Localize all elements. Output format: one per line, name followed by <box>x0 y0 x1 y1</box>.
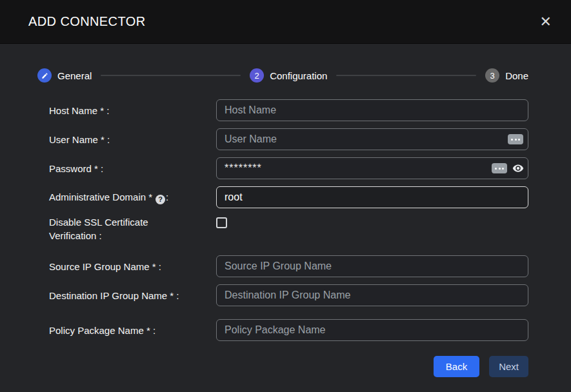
step-connector-line <box>101 75 241 76</box>
step-done-number: 3 <box>485 68 499 83</box>
step-general-label: General <box>57 70 92 81</box>
close-button[interactable]: ✕ <box>537 14 554 30</box>
form-row-destination-ip-group: Destination IP Group Name * : <box>49 284 528 306</box>
form-row-password: Password * : <box>49 157 528 179</box>
dialog-title: ADD CONNECTOR <box>28 14 537 29</box>
policy-package-input[interactable] <box>216 319 528 341</box>
back-button[interactable]: Back <box>434 356 479 377</box>
destination-ip-group-input-wrap <box>216 284 528 306</box>
password-input[interactable] <box>216 157 528 179</box>
source-ip-group-input-wrap <box>216 255 528 277</box>
user-name-label: User Name * : <box>49 133 216 146</box>
administrative-domain-input-wrap <box>216 186 528 208</box>
administrative-domain-label-suffix: : <box>166 191 168 202</box>
connector-form: Host Name * : User Name * : Password * : <box>37 99 528 348</box>
ellipsis-icon[interactable] <box>508 134 523 144</box>
destination-ip-group-input[interactable] <box>216 284 528 306</box>
user-name-input[interactable] <box>216 128 528 150</box>
administrative-domain-label-text: Administrative Domain * <box>49 191 152 202</box>
policy-package-label: Policy Package Name * : <box>49 324 216 337</box>
source-ip-group-label: Source IP Group Name * : <box>49 260 216 273</box>
form-row-ssl-verification: Disable SSL Certificate Verification : <box>49 215 528 245</box>
step-done[interactable]: 3 Done <box>485 68 528 83</box>
eye-icon <box>512 162 524 174</box>
password-label: Password * : <box>49 162 216 175</box>
destination-ip-group-label: Destination IP Group Name * : <box>49 289 216 302</box>
show-password-button[interactable] <box>512 162 524 174</box>
policy-package-input-wrap <box>216 319 528 341</box>
step-connector-line <box>336 75 476 76</box>
step-done-label: Done <box>505 70 528 81</box>
ssl-verification-checkbox[interactable] <box>216 217 227 228</box>
dialog-header: ADD CONNECTOR ✕ <box>0 0 571 44</box>
dialog-body: General 2 Configuration 3 Done Host Name… <box>0 44 571 392</box>
source-ip-group-input[interactable] <box>216 255 528 277</box>
pencil-icon <box>37 68 52 83</box>
ssl-verification-checkbox-wrap <box>216 215 528 231</box>
host-name-label: Host Name * : <box>49 104 216 117</box>
add-connector-dialog: ADD CONNECTOR ✕ General 2 Configuration <box>0 0 571 392</box>
form-row-policy-package: Policy Package Name * : <box>49 319 528 341</box>
step-general[interactable]: General <box>37 68 92 83</box>
form-row-host-name: Host Name * : <box>49 99 528 121</box>
administrative-domain-input[interactable] <box>216 186 528 208</box>
step-configuration[interactable]: 2 Configuration <box>250 68 327 83</box>
ellipsis-icon[interactable] <box>492 163 507 173</box>
form-row-source-ip-group: Source IP Group Name * : <box>49 255 528 277</box>
step-configuration-label: Configuration <box>270 70 327 81</box>
help-icon[interactable]: ? <box>155 195 165 204</box>
form-row-user-name: User Name * : <box>49 128 528 150</box>
next-button[interactable]: Next <box>489 356 528 377</box>
host-name-input[interactable] <box>216 99 528 121</box>
host-name-input-wrap <box>216 99 528 121</box>
wizard-stepper: General 2 Configuration 3 Done <box>37 68 528 83</box>
user-name-input-wrap <box>216 128 528 150</box>
administrative-domain-label: Administrative Domain *?: <box>49 190 216 204</box>
step-configuration-number: 2 <box>250 68 264 83</box>
ssl-verification-label: Disable SSL Certificate Verification : <box>49 215 216 242</box>
password-input-wrap <box>216 157 528 179</box>
close-icon: ✕ <box>540 14 552 30</box>
form-row-administrative-domain: Administrative Domain *?: <box>49 186 528 208</box>
dialog-footer: Back Next <box>37 356 528 377</box>
